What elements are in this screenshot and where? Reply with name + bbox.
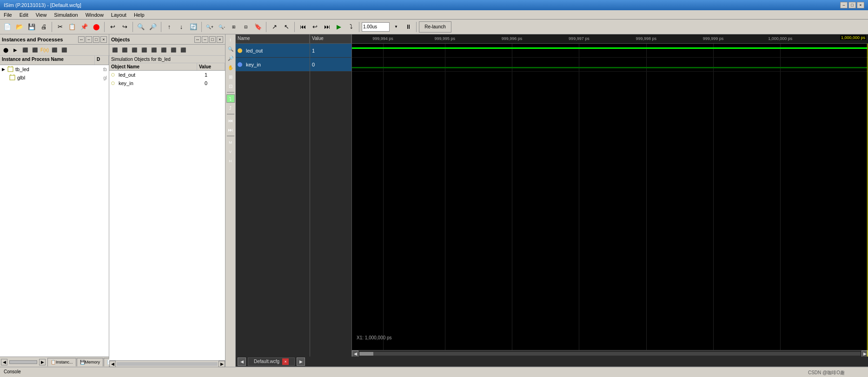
tab-memory[interactable]: 💾 Memory [77, 358, 104, 366]
toolbar-step[interactable]: ⤵ [345, 21, 357, 33]
panel-pin[interactable]: ↔ [78, 36, 85, 43]
toolbar-pause[interactable]: ⏸ [403, 21, 414, 33]
inst-btn-6[interactable]: ⬛ [50, 46, 59, 55]
toolbar-refresh[interactable]: 🔄 [188, 21, 199, 33]
time-input[interactable]: 1.00us [362, 22, 390, 32]
toolbar-wave1[interactable]: ↗ [269, 21, 280, 33]
waveform-signals[interactable] [352, 44, 868, 357]
toolbar-zoom-in[interactable]: 🔍+ [204, 21, 215, 33]
obj-btn-2[interactable]: ⬛ [120, 46, 129, 55]
toolbar-undo[interactable]: ↩ [107, 21, 118, 33]
tab-instances[interactable]: 📋 Instanc... [47, 358, 76, 366]
toolbar-save[interactable]: 💾 [26, 21, 37, 33]
toolbar-bookmark[interactable]: 🔖 [252, 21, 264, 33]
toolbar-search2[interactable]: 🔎 [147, 21, 159, 33]
obj-btn-5[interactable]: ⬛ [149, 46, 159, 55]
signal-row-led-out[interactable]: led_out [236, 44, 310, 58]
toolbar-copy[interactable]: 📋 [66, 21, 78, 33]
wave-zoom-in-btn[interactable]: 🔍 [226, 45, 235, 53]
menu-file[interactable]: File [0, 11, 16, 19]
inst-btn-3[interactable]: ⬛ [20, 46, 30, 55]
inst-btn-1[interactable]: ⬤ [1, 46, 10, 55]
wave-tab-scroll-right[interactable]: ▶ [297, 357, 305, 366]
signal-row-key-in[interactable]: key_in [236, 58, 310, 72]
toolbar-paste[interactable]: 📌 [79, 21, 90, 33]
obj-btn-7[interactable]: ⬛ [169, 46, 178, 55]
wave-tab-default[interactable]: Default.wcfg × [248, 357, 295, 366]
maximize-button[interactable]: □ [848, 2, 856, 8]
wave-hex-btn[interactable]: H [226, 157, 235, 165]
wave-remove-btn[interactable]: ⤴ [226, 104, 235, 112]
scroll-left[interactable]: ◀ [1, 359, 7, 365]
inst-btn-4[interactable]: ⬛ [30, 46, 40, 55]
instance-row-glbl[interactable]: glbl gl [0, 73, 109, 82]
toolbar-zoom-out[interactable]: 🔍- [216, 21, 227, 33]
obj-row-key-in[interactable]: ⬡ key_in 0 [109, 79, 225, 87]
obj-row-led-out[interactable]: ⬡ led_out 1 [109, 71, 225, 79]
instance-row-tb-led[interactable]: ▶ tb_led tb [0, 65, 109, 73]
waveform-display[interactable]: 1,000,000 ps 999,994 ps 999,995 ps 999,9… [352, 34, 868, 357]
obj-panel-close[interactable]: × [217, 36, 223, 43]
toolbar-step-fwd[interactable]: ⏭ [321, 21, 332, 33]
wave-value-btn[interactable]: V [226, 147, 235, 156]
obj-panel-maximize[interactable]: □ [209, 36, 216, 43]
instances-toolbar: ⬤ ▶ ⬛ ⬛ F(x) ⬛ ⬛ [0, 45, 109, 56]
obj-btn-4[interactable]: ⬛ [139, 46, 149, 55]
toolbar-up[interactable]: ↑ [164, 21, 175, 33]
toolbar-step-back[interactable]: ⏮ [297, 21, 308, 33]
toolbar-restart[interactable]: ↩ [309, 21, 320, 33]
menu-help[interactable]: Help [130, 11, 148, 19]
csdn-watermark: CSDN @咖啡O趣 [808, 370, 845, 376]
toolbar-search[interactable]: 🔍 [135, 21, 146, 33]
inst-btn-5[interactable]: F(x) [40, 46, 49, 55]
toolbar-redo[interactable]: ↪ [119, 21, 130, 33]
inst-btn-7[interactable]: ⬛ [60, 46, 69, 55]
obj-panel-minimize[interactable]: – [202, 36, 208, 43]
wave-add-signal-btn[interactable]: ⤵ [226, 94, 235, 103]
panel-close[interactable]: × [100, 36, 107, 43]
toolbar-run[interactable]: ▶ [333, 21, 345, 33]
relaunch-button[interactable]: Re-launch [419, 21, 451, 33]
wave-snap-btn[interactable]: ⊡ [226, 82, 235, 90]
minimize-button[interactable]: – [840, 2, 848, 8]
wave-scroll-thumb[interactable] [359, 352, 373, 356]
toolbar-open[interactable]: 📂 [14, 21, 25, 33]
wave-zoom-out-btn[interactable]: 🔎 [226, 54, 235, 62]
menu-simulation[interactable]: Simulation [50, 11, 81, 19]
toolbar-new[interactable]: 📄 [2, 21, 13, 33]
wave-scroll-left[interactable]: ◀ [352, 351, 358, 357]
toolbar-zoom-fit[interactable]: ⊞ [228, 21, 239, 33]
close-button[interactable]: × [857, 2, 864, 8]
obj-value-key-in: 0 [205, 80, 223, 86]
wave-tab-scroll-left[interactable]: ◀ [238, 357, 246, 366]
toolbar-wave2[interactable]: ↖ [281, 21, 292, 33]
wave-zoom-fit-btn[interactable]: ⊞ [226, 73, 235, 81]
wave-prev-edge-btn[interactable]: ⏮ [226, 116, 235, 125]
wave-next-edge-btn[interactable]: ⏭ [226, 126, 235, 134]
toolbar-stop-red[interactable]: ⬤ [91, 21, 102, 33]
time-unit-dropdown[interactable]: ▼ [391, 21, 402, 33]
scroll-right[interactable]: ▶ [39, 359, 46, 365]
toolbar-cut[interactable]: ✂ [54, 21, 66, 33]
wave-marker-btn[interactable]: M [226, 138, 235, 146]
wave-pan-btn[interactable]: ✋ [226, 63, 235, 72]
obj-btn-3[interactable]: ⬛ [130, 46, 139, 55]
obj-scroll-right[interactable]: ▶ [219, 361, 225, 367]
obj-scroll-left[interactable]: ◀ [109, 361, 116, 367]
obj-btn-6[interactable]: ⬛ [159, 46, 168, 55]
obj-btn-1[interactable]: ⬛ [110, 46, 119, 55]
menu-layout[interactable]: Layout [107, 11, 130, 19]
wave-cursor-btn[interactable]: ↕ [226, 35, 235, 44]
menu-view[interactable]: View [32, 11, 51, 19]
panel-maximize[interactable]: □ [93, 36, 99, 43]
toolbar-down[interactable]: ↓ [176, 21, 187, 33]
toolbar-print[interactable]: 🖨 [38, 21, 49, 33]
menu-window[interactable]: Window [82, 11, 107, 19]
panel-minimize[interactable]: – [86, 36, 92, 43]
toolbar-zoom-full[interactable]: ⊟ [240, 21, 252, 33]
obj-btn-8[interactable]: ⬛ [179, 46, 188, 55]
wave-tab-close[interactable]: × [282, 358, 289, 365]
obj-panel-pin[interactable]: ↔ [194, 36, 201, 43]
menu-edit[interactable]: Edit [16, 11, 32, 19]
inst-btn-2[interactable]: ▶ [11, 46, 20, 55]
